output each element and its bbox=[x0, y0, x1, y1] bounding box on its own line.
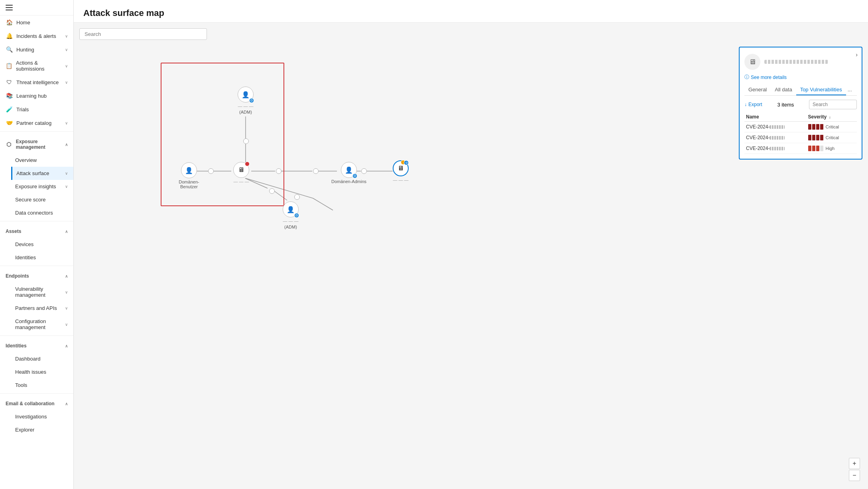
map-container[interactable]: 👤 ⚙ — — — (ADM) 👤 Domänen-Benutzer 🖥 — —… bbox=[74, 23, 868, 489]
sidebar-label-overview: Overview bbox=[15, 157, 37, 163]
node-domain-benutzer[interactable]: 👤 Domänen-Benutzer bbox=[171, 162, 207, 189]
chevron-down-icon: ∨ bbox=[65, 34, 68, 38]
sidebar-item-investigations[interactable]: Investigations bbox=[11, 410, 73, 423]
zoom-controls: + − bbox=[849, 458, 860, 481]
download-icon: ↓ bbox=[744, 102, 747, 107]
sidebar-item-learning[interactable]: 📚 Learning hub bbox=[0, 89, 73, 103]
sidebar: 🏠 Home 🔔 Incidents & alerts ∨ 🔍 Hunting … bbox=[0, 0, 74, 489]
sidebar-item-partner[interactable]: 🤝 Partner catalog ∨ bbox=[0, 116, 73, 130]
sidebar-item-data-connectors[interactable]: Data connectors bbox=[11, 206, 73, 219]
chevron-up-icon: ∧ bbox=[65, 142, 68, 147]
sidebar-item-threat-intel[interactable]: 🛡 Threat intelligence ∨ bbox=[0, 75, 73, 89]
sidebar-item-overview[interactable]: Overview bbox=[11, 154, 73, 167]
sidebar-label-tools: Tools bbox=[15, 382, 27, 388]
sidebar-item-dashboard[interactable]: Dashboard bbox=[11, 352, 73, 365]
sidebar-item-home[interactable]: 🏠 Home bbox=[0, 16, 73, 29]
sort-icon[interactable]: ↓ bbox=[829, 115, 831, 119]
sidebar-label-email: Email & collaboration bbox=[6, 401, 55, 406]
tab-top-vulnerabilities[interactable]: Top Vulnerabilities bbox=[796, 85, 846, 95]
zoom-in-button[interactable]: + bbox=[849, 458, 860, 469]
node-label-adm2: — — — bbox=[283, 219, 298, 223]
trials-icon: 🧪 bbox=[6, 106, 13, 112]
tab-more-button[interactable]: ... bbox=[846, 85, 854, 95]
panel-search-input[interactable] bbox=[809, 100, 857, 109]
panel-collapse-button[interactable]: › bbox=[856, 51, 858, 58]
partner-icon: 🤝 bbox=[6, 120, 13, 126]
node-label-domain-benutzer: Domänen-Benutzer bbox=[171, 179, 207, 189]
right-panel: › 🖥 ⓘ See more details General All data … bbox=[739, 47, 862, 160]
sidebar-label-partner: Partner catalog bbox=[16, 120, 51, 126]
export-button[interactable]: ↓ Export bbox=[744, 102, 762, 107]
panel-see-more-link[interactable]: ⓘ See more details bbox=[744, 74, 857, 81]
sidebar-item-tools[interactable]: Tools bbox=[11, 379, 73, 392]
see-more-label: See more details bbox=[751, 75, 787, 80]
sidebar-label-trials: Trials bbox=[16, 106, 29, 112]
chevron-up-icon: ∧ bbox=[65, 229, 68, 234]
divider bbox=[0, 131, 73, 132]
sidebar-item-vuln-mgmt[interactable]: Vulnerability management ∨ bbox=[11, 282, 73, 302]
sidebar-header bbox=[0, 0, 73, 16]
sidebar-item-trials[interactable]: 🧪 Trials bbox=[0, 103, 73, 116]
node-domain-admins[interactable]: 👤 ⚙ Domänen-Admins bbox=[331, 162, 366, 184]
sidebar-item-explorer[interactable]: Explorer bbox=[11, 423, 73, 436]
sidebar-group-identities2[interactable]: Identities ∧ bbox=[0, 337, 73, 352]
table-row[interactable]: CVE-2024-Critical bbox=[744, 132, 857, 143]
sidebar-group-email[interactable]: Email & collaboration ∧ bbox=[0, 395, 73, 410]
svg-line-10 bbox=[273, 190, 287, 200]
panel-tabs: General All data Top Vulnerabilities ... bbox=[744, 85, 857, 96]
sidebar-item-secure-score[interactable]: Secure score bbox=[11, 193, 73, 206]
badge-settings: ⚙ bbox=[249, 98, 254, 103]
divider bbox=[0, 266, 73, 266]
map-search-input[interactable] bbox=[79, 28, 207, 40]
sidebar-label-data-connectors: Data connectors bbox=[15, 210, 53, 216]
incidents-icon: 🔔 bbox=[6, 33, 13, 39]
divider bbox=[0, 393, 73, 394]
tab-general[interactable]: General bbox=[744, 85, 771, 95]
node-label-final: — — — bbox=[393, 177, 408, 182]
node-final[interactable]: 🖥 ⚙ — — — bbox=[393, 160, 409, 182]
node-mid3 bbox=[313, 168, 319, 174]
node-adm2[interactable]: 👤 ⚙ — — — (ADM) bbox=[283, 201, 299, 229]
sidebar-label-attack-surface: Attack surface bbox=[16, 170, 49, 176]
sidebar-item-identities[interactable]: Identities bbox=[11, 251, 73, 264]
sidebar-group-assets[interactable]: Assets ∧ bbox=[0, 223, 73, 238]
sidebar-item-hunting[interactable]: 🔍 Hunting ∨ bbox=[0, 43, 73, 56]
panel-device-row: 🖥 bbox=[744, 54, 857, 70]
email-submenu: Investigations Explorer bbox=[0, 410, 73, 436]
sidebar-item-config-mgmt[interactable]: Configuration management ∨ bbox=[11, 315, 73, 334]
hamburger-menu-icon[interactable] bbox=[6, 5, 13, 10]
badge-settings2: ⚙ bbox=[352, 174, 357, 178]
chevron-up-icon: ∧ bbox=[65, 274, 68, 278]
sidebar-label-identities: Identities bbox=[15, 254, 36, 260]
sidebar-item-health-issues[interactable]: Health issues bbox=[11, 365, 73, 379]
chevron-down-icon: ∨ bbox=[65, 306, 68, 310]
sidebar-item-attack-surface[interactable]: Attack surface ∨ bbox=[11, 167, 73, 180]
sidebar-item-devices[interactable]: Devices bbox=[11, 238, 73, 251]
zoom-out-button[interactable]: − bbox=[849, 470, 860, 481]
page-title: Attack surface map bbox=[83, 8, 858, 18]
sidebar-item-partners-apis[interactable]: Partners and APIs ∨ bbox=[11, 302, 73, 315]
sidebar-label-hunting: Hunting bbox=[16, 47, 34, 53]
col-severity-header[interactable]: Severity ↓ bbox=[807, 112, 857, 122]
circle-info-icon: ⓘ bbox=[744, 74, 749, 81]
tab-all-data[interactable]: All data bbox=[771, 85, 796, 95]
divider bbox=[0, 221, 73, 221]
sidebar-item-incidents[interactable]: 🔔 Incidents & alerts ∨ bbox=[0, 29, 73, 43]
vuln-severity-cell: Critical bbox=[807, 122, 857, 132]
export-label: Export bbox=[748, 102, 762, 107]
sidebar-group-endpoints[interactable]: Endpoints ∧ bbox=[0, 268, 73, 282]
svg-line-11 bbox=[246, 178, 313, 198]
sidebar-item-actions[interactable]: 📋 Actions & submissions ∨ bbox=[0, 56, 73, 75]
node-mid1 bbox=[243, 138, 249, 144]
table-row[interactable]: CVE-2024-High bbox=[744, 143, 857, 154]
sidebar-label-explorer: Explorer bbox=[15, 427, 34, 433]
table-row[interactable]: CVE-2024-Critical bbox=[744, 122, 857, 132]
chevron-down-icon: ∨ bbox=[65, 184, 68, 189]
sidebar-group-exposure[interactable]: ⬡ Exposure management ∧ bbox=[0, 133, 73, 154]
sidebar-item-exposure-insights[interactable]: Exposure insights ∨ bbox=[11, 180, 73, 193]
node-target[interactable]: 🖥 — — — bbox=[233, 162, 249, 184]
panel-toolbar: ↓ Export 3 items bbox=[744, 100, 857, 109]
node-adm1[interactable]: 👤 ⚙ — — — (ADM) bbox=[238, 87, 254, 114]
search-bar[interactable] bbox=[79, 28, 207, 40]
node-label-domain-admins: Domänen-Admins bbox=[331, 179, 366, 184]
